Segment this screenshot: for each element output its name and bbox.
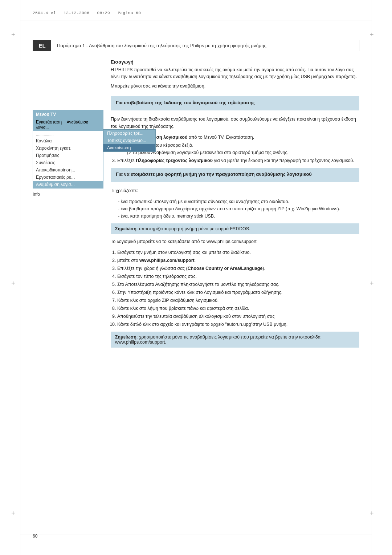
submenu-item-anakoinosi[interactable]: Ανακοίνωση [103, 144, 155, 151]
page-number: 60 [33, 534, 37, 539]
sidebar-item-xeirokinhth[interactable]: Χειροκίνητη εγκατ. [33, 145, 103, 152]
sidebar-menu-title: Μενού TV [33, 110, 103, 118]
intro-section: Εισαγωγή Η PHILIPS προσπαθεί να καλυτερε… [111, 59, 359, 90]
section2-needs-list: ένα προσωπικό υπολογιστή με δυνατότητα σ… [114, 198, 359, 220]
intro-para-1: Η PHILIPS προσπαθεί να καλυτερεύει τις σ… [111, 66, 359, 81]
section2-step-8: Κάντε κλικ στο λήψη που βρίσκετε πάνω κα… [117, 305, 359, 312]
crosshair-mid-right [372, 283, 379, 291]
left-border-line [20, 0, 20, 555]
meta-pagina: Pagina 60 [118, 11, 141, 15]
el-header: EL Παράρτημα 1 - Αναβάθμιση του λογισμικ… [33, 40, 359, 51]
page-metadata: 2504.4 el 13-12-2006 08:29 Pagina 60 [33, 11, 141, 15]
intro-title: Εισαγωγή [111, 59, 359, 65]
top-border-line [20, 20, 372, 20]
submenu-item-topikes[interactable]: Τοπικές αναβαθμο... [103, 137, 155, 144]
intro-para-2: Μπορείτε μόνοι σας να κάνετε την αναβάθμ… [111, 83, 359, 90]
right-border-line [372, 0, 372, 555]
section2-step-4: Εισάγετε τον τύπο της τηλεόρασης σας. [117, 273, 359, 280]
section1-box-title: Για επιβεβαίωση της έκδοσης του λογισμικ… [116, 100, 354, 105]
meta-time: 08:29 [97, 11, 110, 15]
crosshair-bottom-left [13, 513, 20, 520]
sidebar-info: Info [33, 191, 103, 198]
section1-step-2-sub: Το μενού Αναβάθμιση λογισμικού μετακινεί… [127, 149, 359, 156]
sidebar: Μενού TV Εγκατάσταση Αναβάθμιση λογισ...… [33, 110, 103, 198]
note-box-1: Σημείωση: υποστηρίζεται φορητή μνήμη μόν… [111, 223, 359, 234]
sidebar-item-kanalia[interactable]: Κανάλια [33, 137, 103, 145]
note-box-2: Σημείωση: χρησιμοποιήστε μόνο τις αναβαθ… [111, 332, 359, 348]
section2-step-1: Εισάγετε την μνήμη στον υπολογιστή σας κ… [117, 249, 359, 256]
sidebar-menu-container: Μενού TV Εγκατάσταση Αναβάθμιση λογισ...… [33, 110, 103, 198]
section2-download-text: Το λογισμικό μπορείτε να το κατεβάσετε α… [111, 238, 359, 245]
content-area: EL Παράρτημα 1 - Αναβάθμιση του λογισμικ… [33, 40, 359, 526]
sidebar-submenu: Πληροφορίες τρέ... Τοπικές αναβαθμο... Α… [103, 129, 156, 152]
section2-need-3: ένα, κατά προτίμηση άδειο, memory stick … [114, 212, 359, 220]
section2-step-7: Κάντε κλικ στο αρχείο ZIP αναβάθμιση λογ… [117, 297, 359, 304]
crosshair-top-right [372, 35, 379, 42]
sidebar-menu: Μενού TV Εγκατάσταση Αναβάθμιση λογισ...… [33, 110, 103, 189]
meta-date: 13-12-2006 [64, 11, 89, 15]
section2-need-2: ένα βοηθητικό πρόγραμμα διαχείρισης αρχε… [114, 205, 359, 212]
sidebar-item-ergostasiaes[interactable]: Εργοστασιακές ρυ... [33, 174, 103, 181]
bottom-border-line [20, 535, 372, 535]
sidebar-item-protimiseis[interactable]: Προτιμήσεις [33, 152, 103, 159]
crosshair-bottom-right [372, 513, 379, 520]
sidebar-item-syndeseis[interactable]: Συνδέσεις [33, 159, 103, 166]
submenu-item-plirofories[interactable]: Πληροφορίες τρέ... [103, 130, 155, 137]
sidebar-item-egkatastasi[interactable]: Εγκατάσταση Αναβάθμιση λογισ... [33, 118, 103, 131]
sidebar-item-separator: ................ [33, 131, 103, 137]
section1-step-3: Επιλέξτε Πληροφορίες τρέχοντος λογισμικο… [117, 157, 359, 164]
sidebar-kanalia-row: Κανάλια Πληροφορίες τρέ... Τοπικές αναβα… [33, 137, 103, 145]
note1-text: υποστηρίζεται φορητή μνήμη μόνο με φορμά… [139, 226, 250, 231]
right-content: Εισαγωγή Η PHILIPS προσπαθεί να καλυτερε… [111, 59, 359, 351]
section2-box: Για να ετοιμάσετε μια φορητή μνήμη για τ… [111, 168, 359, 182]
section1-intro: Πριν ξεκινήσετε τη διαδικασία αναβάθμιση… [111, 116, 359, 130]
main-layout: Μενού TV Εγκατάσταση Αναβάθμιση λογισ...… [33, 59, 359, 351]
section2-step-10: Κάντε διπλό κλικ στο αρχείο και αντιγράψ… [117, 321, 359, 328]
meta-code: 2504.4 el [33, 11, 56, 15]
section2-steps: Εισάγετε την μνήμη στον υπολογιστή σας κ… [117, 249, 359, 328]
section2-step-9: Αποθηκεύστε την τελευταία αναβάθμιση υλι… [117, 313, 359, 320]
section2-need-title: Τι χρειάζεστε: [111, 187, 359, 194]
crosshair-top-left [13, 35, 20, 42]
section2-step-3: Επιλέξτε την χώρα ή γλώσσα σας (Choose C… [117, 265, 359, 272]
language-badge: EL [33, 40, 51, 51]
section1-box: Για επιβεβαίωση της έκδοσης του λογισμικ… [111, 96, 359, 110]
crosshair-mid-left [13, 283, 20, 291]
section2-box-title: Για να ετοιμάσετε μια φορητή μνήμη για τ… [116, 171, 354, 177]
sidebar-item-anabathmisi[interactable]: Αναβάθμιση λογισ... [33, 181, 103, 188]
note2-text: χρησιμοποιήστε μόνο τις αναβαθμίσεις λογ… [115, 335, 320, 345]
sidebar-item-apokodikopoi[interactable]: Αποκωδικοποίηση... [33, 166, 103, 174]
section2-need-1: ένα προσωπικό υπολογιστή με δυνατότητα σ… [114, 198, 359, 205]
page-title: Παράρτημα 1 - Αναβάθμιση του λογισμικού … [51, 41, 272, 50]
section2-step-2: μπείτε στο www.philips.com/support. [117, 257, 359, 264]
section2-step-5: Στο Αποτελέσματα Αναζήτησης πληκτρολογήσ… [117, 281, 359, 288]
section2-step-6: Στην Υποστήριξη προϊόντος κάντε κλικ στο… [117, 289, 359, 296]
